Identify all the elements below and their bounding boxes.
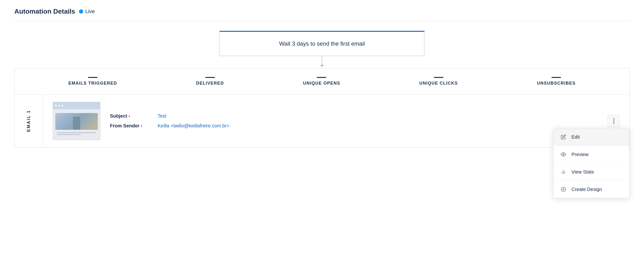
dropdown-item-edit[interactable]: Edit — [553, 128, 629, 146]
stat-delivered: DELIVERED — [196, 77, 224, 86]
menu-dot — [613, 123, 614, 124]
subject-row: Subject • Test — [110, 113, 229, 119]
view-stats-label: View Stats — [572, 169, 594, 175]
from-sender-value: Keilla <twilio@keillafreire.com.br> — [158, 123, 229, 128]
email-label-col: EMAIL 1 — [14, 95, 43, 147]
email-row: EMAIL 1 — [14, 95, 630, 147]
live-dot-icon — [79, 9, 83, 14]
thumbnail-dot — [58, 105, 60, 107]
stat-dash — [317, 77, 326, 78]
stat-label: UNIQUE CLICKS — [419, 81, 458, 86]
subject-required-indicator: • — [128, 114, 130, 118]
subject-label: Subject • — [110, 113, 153, 119]
menu-dot — [613, 120, 614, 122]
thumbnail-dot — [55, 105, 57, 107]
thumbnail-dot — [62, 105, 64, 107]
eye-icon — [560, 151, 567, 158]
arrow-head-icon — [320, 65, 324, 67]
thumbnail-body — [53, 109, 100, 140]
stat-unsubscribes: UNSUBSCRIBES — [537, 77, 576, 86]
more-options-button[interactable] — [608, 115, 620, 127]
create-design-label: Create Design — [572, 187, 602, 192]
main-content: Wait 3 days to send the first email EMAI… — [0, 21, 644, 157]
stat-dash — [434, 77, 444, 78]
email-label-text: EMAIL 1 — [26, 110, 31, 132]
thumbnail-lines — [55, 131, 98, 136]
email-section: EMAILS TRIGGERED DELIVERED UNIQUE OPENS … — [14, 68, 630, 148]
svg-point-0 — [563, 154, 564, 155]
arrow-connector — [320, 56, 324, 68]
from-sender-row: From Sender • Keilla <twilio@keillafreir… — [110, 123, 229, 128]
wait-box-text: Wait 3 days to send the first email — [279, 40, 365, 47]
from-sender-label: From Sender • — [110, 123, 153, 128]
stat-label: EMAILS TRIGGERED — [68, 81, 117, 86]
live-label: Live — [85, 8, 95, 15]
dropdown-item-view-stats[interactable]: View Stats — [553, 163, 629, 181]
from-sender-required-indicator: • — [141, 123, 142, 128]
thumbnail-line — [57, 132, 96, 133]
stat-dash — [552, 77, 561, 78]
dropdown-menu: Edit Preview — [553, 128, 630, 198]
arrow-line — [322, 56, 322, 65]
stat-emails-triggered: EMAILS TRIGGERED — [68, 77, 117, 86]
page-title: Automation Details — [14, 8, 75, 15]
dropdown-item-create-design[interactable]: Create Design — [553, 181, 629, 198]
dropdown-item-preview[interactable]: Preview — [553, 146, 629, 163]
live-badge: Live — [79, 8, 95, 15]
email-fields: Subject • Test From Sender • Keilla <twi… — [110, 113, 229, 128]
email-content-col: Subject • Test From Sender • Keilla <twi… — [43, 95, 630, 147]
thumbnail-line-short — [57, 134, 80, 135]
stats-icon — [560, 169, 567, 175]
stat-label: UNSUBSCRIBES — [537, 81, 576, 86]
stat-label: UNIQUE OPENS — [303, 81, 340, 86]
page-header: Automation Details Live — [0, 0, 644, 21]
menu-dot — [613, 118, 614, 119]
edit-label: Edit — [572, 134, 580, 140]
thumbnail-figure — [73, 117, 80, 130]
preview-label: Preview — [572, 152, 588, 157]
wait-box-container: Wait 3 days to send the first email — [220, 31, 424, 68]
thumbnail-image — [55, 113, 98, 130]
stat-label: DELIVERED — [196, 81, 224, 86]
email-thumbnail — [53, 102, 100, 140]
subject-value: Test — [158, 113, 166, 119]
stat-dash — [205, 77, 215, 78]
stat-unique-opens: UNIQUE OPENS — [303, 77, 340, 86]
stat-unique-clicks: UNIQUE CLICKS — [419, 77, 458, 86]
edit-icon — [560, 133, 567, 140]
wait-box: Wait 3 days to send the first email — [220, 31, 424, 56]
thumbnail-header — [53, 102, 100, 109]
stats-row: EMAILS TRIGGERED DELIVERED UNIQUE OPENS … — [14, 68, 630, 95]
stat-dash — [88, 77, 98, 78]
plus-circle-icon — [560, 186, 567, 193]
